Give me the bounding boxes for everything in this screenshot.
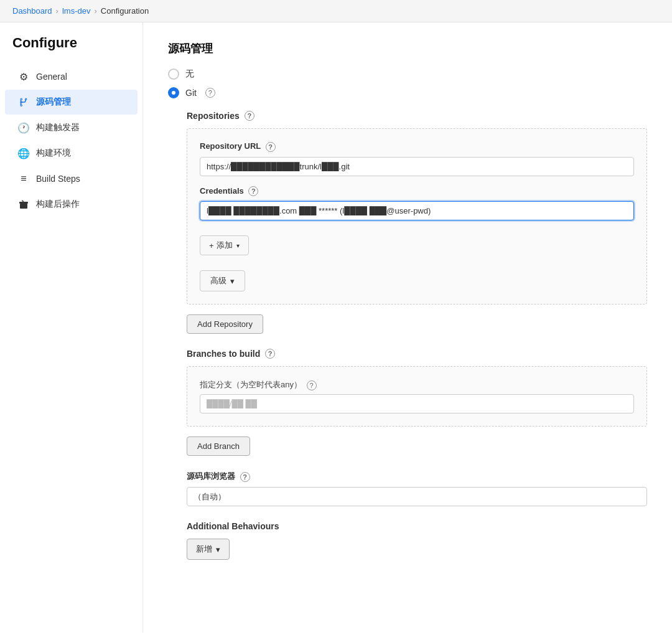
repo-browser-select[interactable]: （自动） xyxy=(187,487,647,506)
breadcrumb-sep2: › xyxy=(94,6,96,16)
advanced-arrow-icon: ▾ xyxy=(230,276,235,286)
credentials-label: Credentials ? xyxy=(200,186,634,197)
git-help-icon[interactable]: ? xyxy=(205,88,215,98)
advanced-button[interactable]: 高级 ▾ xyxy=(200,270,245,291)
sidebar-item-general[interactable]: ⚙ General xyxy=(5,64,138,89)
add-branch-label: Add Branch xyxy=(197,441,240,451)
scm-radio-group: 无 Git ? xyxy=(168,68,647,98)
new-behaviour-button[interactable]: 新增 ▾ xyxy=(187,539,230,560)
breadcrumb-dashboard[interactable]: Dashboard xyxy=(12,6,52,16)
add-dropdown-arrow: ▾ xyxy=(236,242,240,249)
repo-url-input[interactable] xyxy=(200,157,634,176)
branches-help-icon[interactable]: ? xyxy=(265,349,275,359)
branches-label-row: Branches to build ? xyxy=(187,349,647,359)
new-behaviour-label: 新增 xyxy=(196,544,212,555)
sidebar-item-source[interactable]: 源码管理 xyxy=(5,90,138,115)
add-repository-button[interactable]: Add Repository xyxy=(187,314,263,334)
sidebar-label-build-trigger: 构建触发器 xyxy=(36,122,80,133)
add-icon: + xyxy=(209,241,214,250)
branch-sub-label: 指定分支（为空时代表any） ? xyxy=(200,379,634,390)
breadcrumb-lmsdev[interactable]: lms-dev xyxy=(62,6,91,16)
radio-none[interactable]: 无 xyxy=(168,68,647,80)
gear-icon: ⚙ xyxy=(17,70,30,83)
branch-input[interactable] xyxy=(200,394,634,413)
svg-rect-0 xyxy=(20,204,27,209)
breadcrumb-sep1: › xyxy=(56,6,58,16)
branches-to-build-label: Branches to build xyxy=(187,349,260,359)
repositories-label-row: Repositories ? xyxy=(187,111,647,121)
sidebar-label-source: 源码管理 xyxy=(36,97,71,108)
repo-url-help-icon[interactable]: ? xyxy=(266,142,276,152)
sidebar-label-build-env: 构建环境 xyxy=(36,148,71,159)
sidebar-item-build-env[interactable]: 🌐 构建环境 xyxy=(5,141,138,166)
globe-icon: 🌐 xyxy=(17,147,30,159)
list-icon: ≡ xyxy=(17,172,30,185)
radio-none-circle xyxy=(168,68,179,80)
advanced-label: 高级 xyxy=(210,275,226,286)
sidebar-title: Configure xyxy=(0,35,142,64)
sidebar-item-post-build[interactable]: 构建后操作 xyxy=(5,192,138,217)
credentials-input[interactable] xyxy=(200,201,634,220)
main-layout: Configure ⚙ General 源码管理 🕐 构建触发器 🌐 构建环境 xyxy=(0,22,672,633)
svg-rect-1 xyxy=(19,202,28,204)
repo-browser-section: 源码库浏览器 ? （自动） xyxy=(187,471,647,506)
sidebar-label-general: General xyxy=(36,72,67,82)
branch-icon xyxy=(17,96,30,108)
credentials-help-icon[interactable]: ? xyxy=(248,186,258,196)
repo-browser-help-icon[interactable]: ? xyxy=(240,472,250,482)
radio-git[interactable]: Git ? xyxy=(168,87,647,98)
breadcrumb: Dashboard › lms-dev › Configuration xyxy=(0,0,672,22)
sidebar-item-build-steps[interactable]: ≡ Build Steps xyxy=(5,166,138,191)
branches-box: 指定分支（为空时代表any） ? xyxy=(187,366,647,427)
repo-url-label: Repository URL ? xyxy=(200,141,634,152)
repository-box: Repository URL ? Credentials ? + 添加 ▾ xyxy=(187,128,647,304)
add-repository-label: Add Repository xyxy=(197,319,253,329)
repositories-section: Repositories ? Repository URL ? Credenti… xyxy=(168,111,647,560)
content-area: 源码管理 无 Git ? Repositories ? R xyxy=(143,22,672,633)
additional-behaviours-label: Additional Behaviours xyxy=(187,521,647,531)
sidebar: Configure ⚙ General 源码管理 🕐 构建触发器 🌐 构建环境 xyxy=(0,22,143,633)
additional-behaviours-section: Additional Behaviours 新增 ▾ xyxy=(187,521,647,560)
sidebar-label-build-steps: Build Steps xyxy=(36,174,80,184)
new-dropdown-arrow-icon: ▾ xyxy=(216,545,220,554)
add-credential-button[interactable]: + 添加 ▾ xyxy=(200,235,249,255)
gift-icon xyxy=(17,198,30,210)
radio-git-circle xyxy=(168,87,179,98)
repositories-label: Repositories xyxy=(187,111,240,121)
sidebar-label-post-build: 构建后操作 xyxy=(36,199,80,210)
radio-git-label: Git xyxy=(185,88,197,98)
breadcrumb-config: Configuration xyxy=(101,6,149,16)
section-title: 源码管理 xyxy=(168,41,647,56)
repo-browser-label-row: 源码库浏览器 ? xyxy=(187,471,647,482)
add-credential-label: 添加 xyxy=(217,240,233,251)
add-branch-button[interactable]: Add Branch xyxy=(187,437,250,456)
sidebar-item-build-trigger[interactable]: 🕐 构建触发器 xyxy=(5,115,138,140)
repositories-help-icon[interactable]: ? xyxy=(245,111,254,121)
branch-sub-help-icon[interactable]: ? xyxy=(307,380,317,390)
radio-none-label: 无 xyxy=(185,68,194,80)
clock-icon: 🕐 xyxy=(17,121,30,134)
